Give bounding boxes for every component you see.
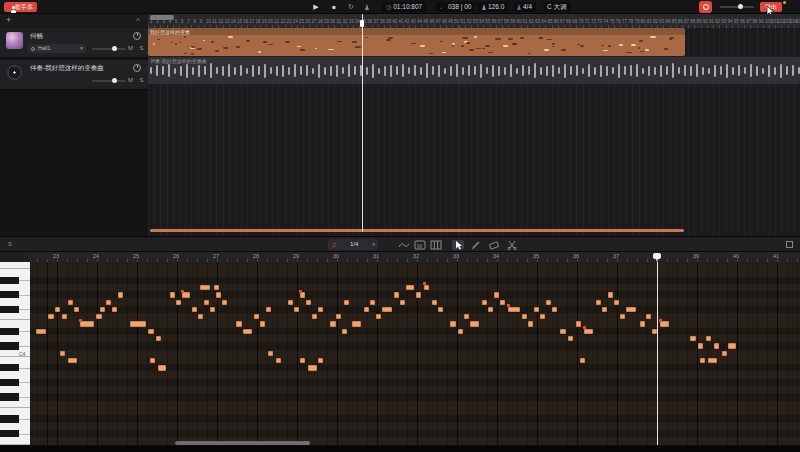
midi-note[interactable] xyxy=(700,358,705,363)
midi-note[interactable] xyxy=(318,307,323,312)
midi-note[interactable] xyxy=(243,329,252,334)
midi-note[interactable] xyxy=(620,314,625,319)
black-key[interactable] xyxy=(0,277,19,284)
midi-note[interactable] xyxy=(182,292,190,297)
midi-note[interactable] xyxy=(500,300,505,305)
midi-note[interactable] xyxy=(508,307,520,312)
midi-note[interactable] xyxy=(552,307,557,312)
black-key[interactable] xyxy=(0,430,19,437)
midi-note[interactable] xyxy=(294,307,299,312)
midi-note[interactable] xyxy=(722,351,727,356)
midi-note[interactable] xyxy=(130,321,146,326)
midi-note[interactable] xyxy=(68,358,77,363)
midi-note[interactable] xyxy=(438,307,443,312)
midi-note[interactable] xyxy=(156,336,161,341)
midi-note[interactable] xyxy=(210,307,215,312)
midi-note[interactable] xyxy=(308,365,317,370)
midi-note[interactable] xyxy=(400,300,405,305)
midi-note[interactable] xyxy=(112,307,117,312)
track-row-accompaniment[interactable]: 伴奏-我好想这样的变奏曲 M S xyxy=(0,60,148,90)
midi-note[interactable] xyxy=(80,321,94,326)
black-key[interactable] xyxy=(0,364,19,371)
time-display[interactable]: ◷01:10:807 xyxy=(382,2,426,12)
midi-note[interactable] xyxy=(68,300,73,305)
midi-note[interactable] xyxy=(96,314,102,319)
timeline-playhead[interactable] xyxy=(362,14,363,232)
midi-note[interactable] xyxy=(306,300,311,305)
track-row-vocal[interactable]: 何畅 Hall1 ▾ M S xyxy=(0,28,148,58)
midi-note[interactable] xyxy=(222,300,227,305)
midi-edit-tool[interactable]: M xyxy=(414,240,426,250)
midi-note[interactable] xyxy=(192,307,197,312)
eraser-tool[interactable] xyxy=(488,240,500,250)
midi-note[interactable] xyxy=(370,300,375,305)
midi-note[interactable] xyxy=(488,307,493,312)
horizontal-scrollbar-thumb[interactable] xyxy=(175,441,310,445)
midi-note[interactable] xyxy=(584,329,593,334)
master-volume-slider[interactable] xyxy=(720,6,754,8)
midi-clip[interactable]: 我好想这样的变奏 xyxy=(148,28,685,56)
midi-note[interactable] xyxy=(62,314,67,319)
midi-note[interactable] xyxy=(236,321,242,326)
midi-note[interactable] xyxy=(568,336,573,341)
midi-note[interactable] xyxy=(576,321,581,326)
midi-note[interactable] xyxy=(382,307,392,312)
midi-note[interactable] xyxy=(614,300,619,305)
midi-note[interactable] xyxy=(560,329,566,334)
midi-note[interactable] xyxy=(312,314,317,319)
midi-note[interactable] xyxy=(214,285,219,290)
black-key[interactable] xyxy=(0,306,19,313)
solo-button[interactable]: S xyxy=(137,44,146,53)
play-button[interactable]: ▶ xyxy=(310,2,322,12)
midi-note[interactable] xyxy=(60,351,65,356)
midi-note[interactable] xyxy=(432,300,437,305)
midi-note[interactable] xyxy=(352,321,361,326)
midi-note[interactable] xyxy=(494,292,499,297)
midi-note[interactable] xyxy=(74,307,79,312)
midi-note[interactable] xyxy=(470,321,479,326)
record-button[interactable] xyxy=(699,1,712,13)
midi-note[interactable] xyxy=(55,307,60,312)
midi-note[interactable] xyxy=(266,307,271,312)
midi-note[interactable] xyxy=(336,314,341,319)
reverb-dropdown[interactable]: Hall1 ▾ xyxy=(28,44,86,53)
midi-note[interactable] xyxy=(300,292,305,297)
black-key[interactable] xyxy=(0,393,19,400)
add-track-button[interactable]: + xyxy=(6,15,11,25)
key-display[interactable]: C 大调 xyxy=(543,2,571,12)
midi-note[interactable] xyxy=(318,358,323,363)
metronome-button[interactable] xyxy=(362,2,374,12)
midi-note[interactable] xyxy=(344,300,349,305)
midi-note[interactable] xyxy=(640,321,645,326)
midi-note[interactable] xyxy=(424,285,429,290)
stop-button[interactable]: ■ xyxy=(328,2,340,12)
piano-keyboard[interactable]: C4 xyxy=(0,262,30,445)
solo-button[interactable]: S xyxy=(137,76,146,85)
notes-mode-icon[interactable]: ♫ xyxy=(331,241,336,248)
midi-note[interactable] xyxy=(450,321,456,326)
midi-note[interactable] xyxy=(546,300,551,305)
midi-note[interactable] xyxy=(198,314,203,319)
midi-note[interactable] xyxy=(148,329,154,334)
midi-note[interactable] xyxy=(534,307,539,312)
midi-note[interactable] xyxy=(170,292,175,297)
piano-roll-ruler[interactable]: 23242526272829303132333435363738394041 xyxy=(30,252,800,262)
midi-note[interactable] xyxy=(464,314,469,319)
midi-note[interactable] xyxy=(330,321,336,326)
collapse-panel-button[interactable]: ^ xyxy=(136,16,140,25)
midi-note[interactable] xyxy=(522,314,527,319)
midi-note[interactable] xyxy=(394,292,399,297)
midi-note[interactable] xyxy=(728,343,736,348)
mute-button[interactable]: M xyxy=(126,76,135,85)
midi-note[interactable] xyxy=(216,292,221,297)
midi-note[interactable] xyxy=(158,365,166,370)
midi-note[interactable] xyxy=(528,321,533,326)
midi-note[interactable] xyxy=(118,292,123,297)
midi-note[interactable] xyxy=(602,307,607,312)
midi-note[interactable] xyxy=(596,300,601,305)
midi-note[interactable] xyxy=(646,314,651,319)
midi-note[interactable] xyxy=(150,358,155,363)
midi-note[interactable] xyxy=(406,285,414,290)
piano-roll-grid[interactable] xyxy=(30,262,800,445)
black-key[interactable] xyxy=(0,328,19,335)
